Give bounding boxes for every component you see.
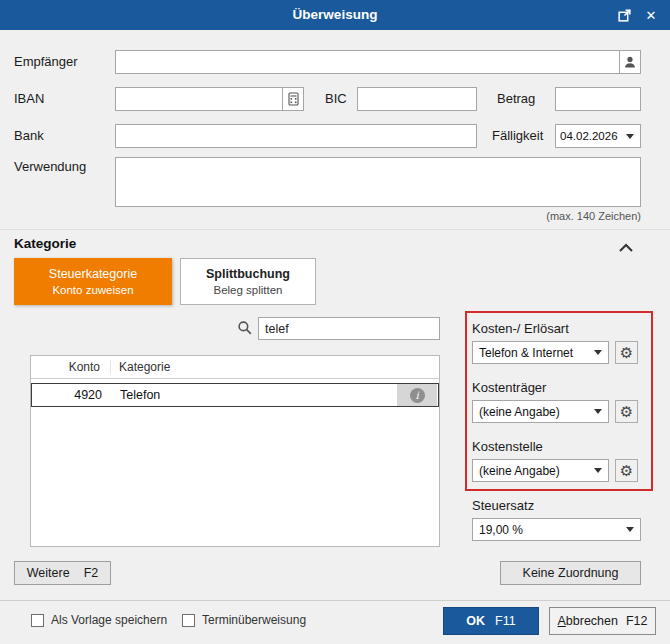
contact-picker-button[interactable] <box>620 50 641 74</box>
open-in-window-icon[interactable] <box>614 5 634 25</box>
kostenstelle-label: Kostenstelle <box>472 439 543 455</box>
kostentraeger-value: (keine Angabe) <box>479 405 590 419</box>
ok-label: OK <box>466 614 485 628</box>
bic-input[interactable] <box>357 87 477 111</box>
faelligkeit-date-select[interactable]: 04.02.2026 <box>555 124 641 148</box>
empfaenger-label: Empfänger <box>14 50 78 74</box>
verwendung-textarea[interactable] <box>115 157 641 207</box>
max-chars-note: (max. 140 Zeichen) <box>115 210 641 222</box>
table-header: Konto Kategorie <box>31 356 439 379</box>
category-search-input[interactable] <box>258 317 440 340</box>
chevron-up-icon <box>618 242 634 253</box>
tab-label: Steuerkategorie <box>49 267 137 281</box>
search-icon <box>237 320 253 340</box>
faelligkeit-label: Fälligkeit <box>492 124 543 148</box>
abbrechen-shortcut: F12 <box>626 614 648 628</box>
kategorie-section-title: Kategorie <box>14 236 76 251</box>
iban-input[interactable] <box>115 87 283 111</box>
footer-divider <box>0 600 670 601</box>
section-divider <box>0 229 670 230</box>
steuersatz-value: 19,00 % <box>479 523 622 537</box>
cell-kategorie: Telefon <box>112 388 397 402</box>
chevron-down-icon <box>594 409 602 414</box>
als-vorlage-checkbox[interactable] <box>31 614 44 627</box>
empfaenger-input[interactable] <box>115 50 620 74</box>
kostentraeger-select[interactable]: (keine Angabe) <box>472 400 609 423</box>
als-vorlage-label: Als Vorlage speichern <box>51 613 167 628</box>
bank-input[interactable] <box>115 124 477 148</box>
person-icon <box>623 55 637 69</box>
terminueberweisung-checkbox[interactable] <box>182 614 195 627</box>
ok-button[interactable]: OK F11 <box>443 607 539 635</box>
faelligkeit-value: 04.02.2026 <box>560 130 622 142</box>
titlebar: Überweisung ✕ <box>0 0 670 30</box>
terminueberweisung-label: Terminüberweisung <box>202 613 306 628</box>
gear-icon: ⚙ <box>620 345 633 360</box>
kostenart-label: Kosten-/ Erlösart <box>472 321 569 337</box>
kostenstelle-select[interactable]: (keine Angabe) <box>472 459 609 482</box>
verwendung-label: Verwendung <box>14 157 86 177</box>
steuersatz-select[interactable]: 19,00 % <box>472 518 641 541</box>
bic-label: BIC <box>325 87 347 111</box>
kostenstelle-value: (keine Angabe) <box>479 464 590 478</box>
kostenart-value: Telefon & Internet <box>479 346 590 360</box>
chevron-down-icon <box>594 350 602 355</box>
kostenart-select[interactable]: Telefon & Internet <box>472 341 609 364</box>
tab-steuerkategorie[interactable]: Steuerkategorie Konto zuweisen <box>14 258 172 305</box>
steuersatz-label: Steuersatz <box>472 498 534 514</box>
open-in-window-icon <box>617 8 632 23</box>
category-table: Konto Kategorie 4920 Telefon i <box>30 355 440 547</box>
collapse-section-button[interactable] <box>618 239 634 257</box>
betrag-input[interactable] <box>555 87 641 111</box>
keine-zuordnung-label: Keine Zuordnung <box>523 566 619 580</box>
transfer-dialog: Überweisung ✕ Empfänger IBAN BIC Betrag <box>0 0 670 644</box>
keine-zuordnung-button[interactable]: Keine Zuordnung <box>500 561 641 585</box>
weitere-button[interactable]: Weitere F2 <box>14 561 111 585</box>
row-info-button[interactable]: i <box>397 384 437 406</box>
chevron-down-icon <box>626 134 634 139</box>
abbrechen-label: Abbrechen <box>557 614 617 628</box>
kostentraeger-label: Kostenträger <box>472 380 546 396</box>
dialog-title: Überweisung <box>0 0 670 30</box>
tab-label: Splittbuchung <box>206 267 290 281</box>
gear-icon: ⚙ <box>620 463 633 478</box>
tab-sublabel: Konto zuweisen <box>52 284 133 296</box>
iban-calculator-button[interactable] <box>283 87 304 111</box>
table-row[interactable]: 4920 Telefon i <box>31 383 439 407</box>
gear-icon: ⚙ <box>620 404 633 419</box>
calculator-icon <box>287 92 300 106</box>
ok-shortcut: F11 <box>495 614 516 628</box>
iban-label: IBAN <box>14 87 44 111</box>
info-icon: i <box>410 388 425 403</box>
kostenstelle-settings-button[interactable]: ⚙ <box>615 459 638 482</box>
column-header-konto: Konto <box>31 360 111 374</box>
betrag-label: Betrag <box>497 87 535 111</box>
bank-label: Bank <box>14 124 44 148</box>
chevron-down-icon <box>594 468 602 473</box>
tab-splittbuchung[interactable]: Splittbuchung Beleg splitten <box>180 258 316 305</box>
kostenart-settings-button[interactable]: ⚙ <box>615 341 638 364</box>
cell-konto: 4920 <box>32 388 112 402</box>
weitere-label: Weitere <box>27 566 70 580</box>
column-header-kategorie: Kategorie <box>111 360 170 374</box>
chevron-down-icon <box>626 527 634 532</box>
abbrechen-button[interactable]: Abbrechen F12 <box>549 607 656 635</box>
weitere-shortcut: F2 <box>84 566 99 580</box>
close-icon[interactable]: ✕ <box>641 5 661 25</box>
kostentraeger-settings-button[interactable]: ⚙ <box>615 400 638 423</box>
tab-sublabel: Beleg splitten <box>213 284 282 296</box>
